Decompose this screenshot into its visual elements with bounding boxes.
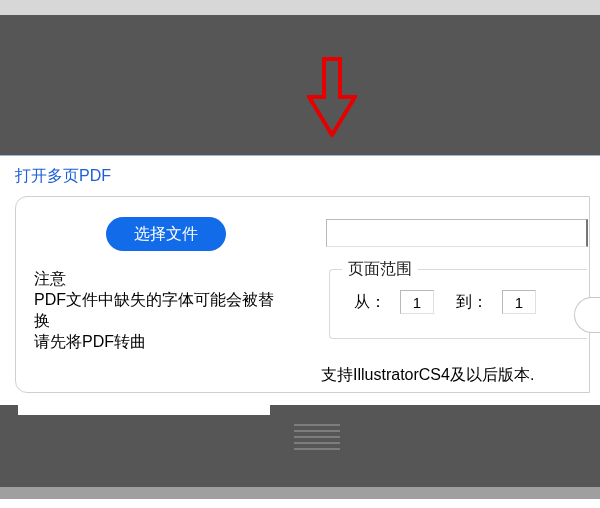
dialog-title: 打开多页PDF	[0, 156, 600, 195]
page-range-group: 页面范围 从： 到：	[329, 269, 587, 339]
file-path-input[interactable]	[326, 219, 588, 247]
note-text-line1: PDF文件中缺失的字体可能会被替	[34, 290, 274, 311]
from-label: 从：	[354, 292, 386, 313]
bottom-white-band	[0, 499, 600, 508]
note-label: 注意	[34, 269, 66, 290]
down-arrow-icon	[307, 57, 357, 137]
document-thumb-icon	[288, 420, 346, 460]
bottom-light-band	[0, 487, 600, 499]
dialog-body: 选择文件 注意 PDF文件中缺失的字体可能会被替 换 请先将PDF转曲 页面范围…	[15, 196, 590, 393]
top-dark-bg	[0, 0, 600, 155]
to-label: 到：	[456, 292, 488, 313]
note-text-line1b: 换	[34, 311, 50, 332]
white-strip	[18, 405, 270, 415]
open-multipage-pdf-dialog: 打开多页PDF 选择文件 注意 PDF文件中缺失的字体可能会被替 换 请先将PD…	[0, 155, 600, 405]
note-text-line2: 请先将PDF转曲	[34, 332, 146, 353]
select-file-button[interactable]: 选择文件	[106, 217, 226, 251]
support-text: 支持IllustratorCS4及以后版本.	[321, 365, 534, 386]
from-page-input[interactable]	[400, 290, 434, 314]
to-page-input[interactable]	[502, 290, 536, 314]
page-range-legend: 页面范围	[342, 259, 418, 280]
